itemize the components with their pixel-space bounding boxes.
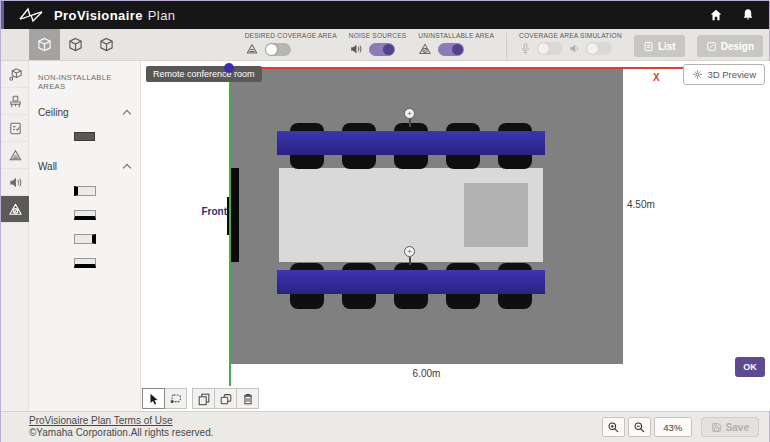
front-wall-display[interactable] <box>231 168 239 262</box>
room-height-dimension: 4.50m <box>627 199 655 210</box>
save-disk-icon <box>711 422 722 433</box>
x-axis-label: X <box>653 72 660 83</box>
sidebar-item-noise-sources[interactable] <box>1 169 29 196</box>
coverage-area-simulation-group: COVERAGE AREA SIMULATION <box>519 32 622 55</box>
uninstallable-area-toggle[interactable] <box>438 43 464 56</box>
coverage-area-simulation-label: COVERAGE AREA SIMULATION <box>519 32 622 39</box>
microphone-marker[interactable]: + <box>404 246 415 257</box>
zoom-in-button[interactable] <box>602 417 625 437</box>
origin-point <box>224 63 234 73</box>
ceiling-items <box>29 124 140 155</box>
sidebar-item-checklist[interactable] <box>1 115 29 142</box>
ceiling-section-label: Ceiling <box>38 107 69 118</box>
list-document-icon <box>643 41 654 52</box>
preview-3d-button[interactable]: 3D Preview <box>683 64 765 85</box>
yamaha-tuningfork-logo-icon <box>18 6 44 24</box>
wall-area-item[interactable] <box>74 234 96 244</box>
conference-room-floor[interactable]: Front + + <box>230 68 623 364</box>
view-tabs <box>29 29 122 60</box>
top-bar: ProVisionaire Plan <box>1 1 769 29</box>
simulation-speaker-toggle[interactable] <box>586 42 612 55</box>
design-button-label: Design <box>721 41 754 52</box>
chevron-up-icon <box>123 109 131 117</box>
x-axis-arrow <box>229 67 693 69</box>
table-inset-area <box>464 183 528 247</box>
front-label: Front <box>193 206 227 217</box>
wall-area-item[interactable] <box>74 258 96 268</box>
desired-coverage-area-label: DESIRED COVERAGE AREA <box>245 32 337 39</box>
ribbon-toolbar: DESIRED COVERAGE AREA NOISE SOURCES <box>1 29 769 61</box>
list-button-label: List <box>658 41 676 52</box>
paste-duplicate-tool[interactable] <box>214 388 237 409</box>
left-icon-strip <box>1 61 29 411</box>
zoom-level-value: 43% <box>654 417 692 437</box>
uninstallable-band-bottom[interactable] <box>277 270 545 294</box>
sidebar-item-room-plan[interactable] <box>1 61 29 88</box>
zoom-out-button[interactable] <box>628 417 651 437</box>
ceiling-area-item[interactable] <box>74 132 95 141</box>
design-icon <box>706 41 717 52</box>
noise-sources-label: NOISE SOURCES <box>349 32 407 39</box>
wall-items <box>29 178 140 282</box>
furniture-chair-icon <box>8 94 23 109</box>
coverage-area-icon <box>245 42 259 56</box>
noise-sources-toggle[interactable] <box>369 43 395 56</box>
desired-coverage-area-toggle[interactable] <box>265 43 291 56</box>
app-title-visionaire: Visionaire <box>77 8 143 23</box>
app-title: ProVisionaire Plan <box>54 8 175 23</box>
room-width-dimension: 6.00m <box>230 368 623 379</box>
home-icon[interactable] <box>709 8 723 22</box>
canvas-tools-bar <box>141 386 770 411</box>
ok-button[interactable]: OK <box>735 357 765 377</box>
delete-trash-tool[interactable] <box>236 388 259 409</box>
gear-icon <box>692 69 703 80</box>
footer-bar: ProVisionaire Plan Terms of Use ©Yamaha … <box>1 411 769 442</box>
coverage-cone-icon <box>8 148 23 163</box>
preview-3d-label: 3D Preview <box>707 69 756 80</box>
room-plan-cube-pin-icon <box>8 67 23 82</box>
tab-view-2-cube-icon[interactable] <box>60 29 91 60</box>
section-header-wall[interactable]: Wall <box>29 155 140 178</box>
room-name-badge: Remote conference room <box>146 66 262 82</box>
panel-title: NON-INSTALLABLE AREAS <box>29 61 140 101</box>
uninstallable-area-slash-icon <box>8 202 23 217</box>
wall-area-item[interactable] <box>74 186 96 196</box>
section-header-ceiling[interactable]: Ceiling <box>29 101 140 124</box>
noise-source-speaker-icon <box>349 42 363 56</box>
app-title-plan: Plan <box>148 8 176 23</box>
desired-coverage-area-group: DESIRED COVERAGE AREA <box>245 32 337 56</box>
microphone-marker[interactable]: + <box>404 108 415 119</box>
sidebar-item-furniture[interactable] <box>1 88 29 115</box>
sidebar-item-uninstallable-areas[interactable] <box>1 196 29 223</box>
design-button[interactable]: Design <box>697 35 763 57</box>
y-axis-line <box>229 67 231 386</box>
microphone-icon <box>519 42 532 55</box>
tab-view-3-cube-icon[interactable] <box>91 29 122 60</box>
uninstallable-band-top[interactable] <box>277 131 545 155</box>
copy-tool[interactable] <box>192 388 215 409</box>
uninstallable-area-label: UNINSTALLABLE AREA <box>418 32 494 39</box>
select-arrow-tool[interactable] <box>142 388 165 409</box>
provisionaire-plan-window: ProVisionaire Plan DESI <box>0 0 770 442</box>
app-title-pro: Pro <box>54 8 77 23</box>
sidebar-item-coverage[interactable] <box>1 142 29 169</box>
design-canvas[interactable]: Remote conference room X Front + + 4.50m… <box>141 61 770 411</box>
terms-of-use-link[interactable]: ProVisionaire Plan Terms of Use <box>29 415 214 426</box>
tab-view-1-cube-icon[interactable] <box>29 29 60 60</box>
ribbon-divider <box>506 33 507 59</box>
wall-area-item[interactable] <box>74 210 96 220</box>
notifications-bell-icon[interactable] <box>741 8 755 22</box>
checklist-icon <box>8 121 23 136</box>
uninstallable-area-icon <box>418 42 432 56</box>
noise-sources-group: NOISE SOURCES <box>349 32 407 56</box>
non-installable-areas-panel: NON-INSTALLABLE AREAS Ceiling Wall <box>29 61 141 411</box>
simulation-mic-toggle[interactable] <box>537 42 563 55</box>
chevron-up-icon <box>123 163 131 171</box>
speaker-waves-icon <box>8 175 23 190</box>
list-button[interactable]: List <box>634 35 685 57</box>
wall-section-label: Wall <box>38 161 57 172</box>
main-area: NON-INSTALLABLE AREAS Ceiling Wall Remot… <box>1 61 769 411</box>
save-button[interactable]: Save <box>701 417 759 437</box>
uninstallable-area-group: UNINSTALLABLE AREA <box>418 32 494 56</box>
area-select-tool[interactable] <box>164 388 187 409</box>
